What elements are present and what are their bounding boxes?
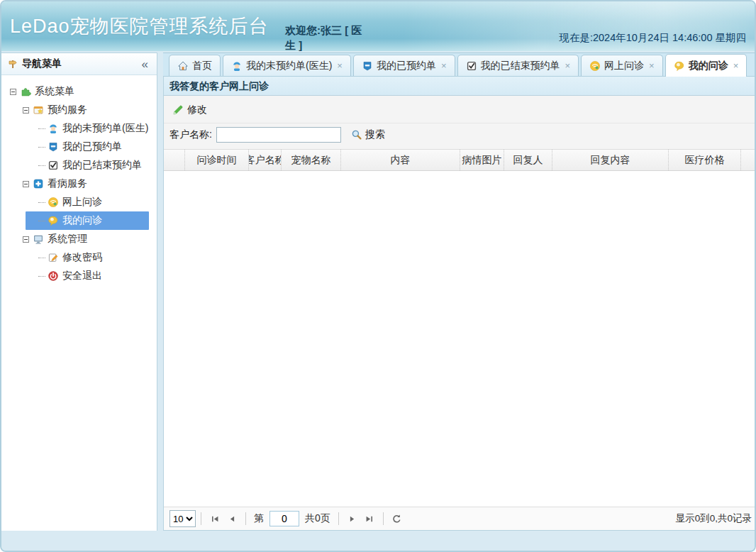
tab-my-unreserved-doctor[interactable]: 我的未预约单(医生) × bbox=[223, 55, 351, 76]
folder-star-icon bbox=[33, 104, 44, 116]
search-icon bbox=[351, 129, 362, 140]
edit-button[interactable]: 修改 bbox=[169, 102, 210, 118]
tree-connector bbox=[38, 128, 45, 129]
sidebar-item-label: 修改密码 bbox=[62, 251, 102, 264]
refresh-icon[interactable] bbox=[389, 510, 406, 527]
sidebar-item-label: 看病服务 bbox=[48, 177, 87, 190]
tree-collapse-box[interactable] bbox=[23, 236, 29, 243]
sidebar-item-medical-services[interactable]: 看病服务 bbox=[1, 175, 157, 193]
divider bbox=[338, 512, 339, 525]
tab-close-icon[interactable]: × bbox=[337, 60, 343, 71]
sidebar-item-reservation-services[interactable]: 预约服务 bbox=[1, 101, 157, 119]
column-header-condition-image[interactable]: 病情图片 bbox=[460, 150, 504, 170]
comment-icon bbox=[674, 60, 685, 72]
prev-page-icon[interactable] bbox=[223, 510, 240, 527]
tree-connector bbox=[38, 147, 45, 148]
tree-collapse-box[interactable] bbox=[23, 107, 29, 114]
pagination-bar: 10 第 共0页 bbox=[164, 507, 756, 530]
tab-close-icon[interactable]: × bbox=[733, 60, 739, 71]
column-header-reply-content[interactable]: 回复内容 bbox=[552, 150, 669, 170]
first-page-icon[interactable] bbox=[206, 510, 223, 527]
tree-connector bbox=[38, 258, 45, 258]
sidebar-header: 导航菜单 « bbox=[1, 53, 157, 75]
tab-my-finished-reservations[interactable]: 我的已结束预约单 × bbox=[457, 55, 579, 76]
page-prefix-label: 第 bbox=[254, 512, 264, 525]
sidebar-item-my-unreserved-doctor[interactable]: 我的未预约单(医生) bbox=[26, 119, 157, 138]
tree-connector bbox=[38, 276, 45, 277]
column-header-customer-name[interactable]: 客户名称 bbox=[249, 150, 282, 170]
tab-label: 我的已预约单 bbox=[377, 60, 436, 72]
page-size-select[interactable]: 10 bbox=[169, 510, 196, 527]
header-banner: LeDao宠物医院管理系统后台 欢迎您:张三 [ 医生 ] 现在是:2024年1… bbox=[1, 1, 755, 51]
search-button-label: 搜索 bbox=[365, 128, 385, 141]
customer-name-input[interactable] bbox=[216, 127, 341, 143]
sidebar-item-system-menu[interactable]: 系统菜单 bbox=[1, 82, 157, 101]
tab-my-consultations[interactable]: 我的问诊 × bbox=[665, 54, 747, 77]
sidebar-title: 导航菜单 bbox=[22, 57, 139, 70]
column-header-content[interactable]: 内容 bbox=[341, 150, 460, 170]
sidebar-item-label: 安全退出 bbox=[62, 270, 102, 282]
tree-collapse-box[interactable] bbox=[10, 89, 16, 95]
column-header-blank[interactable] bbox=[164, 150, 185, 170]
page-suffix-label: 共0页 bbox=[305, 512, 330, 525]
column-header-replier[interactable]: 回复人 bbox=[504, 150, 552, 170]
customer-name-label: 客户名称: bbox=[169, 128, 212, 141]
checkbox-icon bbox=[48, 160, 59, 171]
tab-my-reserved[interactable]: 我的已预约单 × bbox=[353, 55, 455, 76]
sidebar-item-change-password[interactable]: 修改密码 bbox=[26, 248, 157, 267]
column-header-medical-price[interactable]: 医疗价格 bbox=[669, 150, 741, 170]
sidebar-item-my-reserved[interactable]: 我的已预约单 bbox=[26, 138, 157, 156]
sidebar-item-label: 预约服务 bbox=[48, 104, 87, 116]
tree-collapse-box[interactable] bbox=[23, 181, 29, 187]
main-region: 首页 我的未预约单(医生) × 我的已预约单 × 我的已结束预 bbox=[163, 53, 756, 531]
sidebar-item-label: 我的已结束预约单 bbox=[62, 159, 142, 172]
sidebar-item-logout[interactable]: 安全退出 bbox=[26, 267, 157, 285]
badge-icon bbox=[362, 60, 373, 72]
tab-close-icon[interactable]: × bbox=[565, 60, 571, 71]
tab-label: 网上问诊 bbox=[604, 60, 644, 72]
wifi-icon bbox=[48, 197, 59, 208]
column-header-filler bbox=[741, 150, 756, 170]
footer-strip bbox=[1, 531, 755, 552]
edit-button-label: 修改 bbox=[187, 104, 207, 116]
doctor-icon bbox=[231, 60, 243, 72]
checkbox-icon bbox=[466, 60, 477, 72]
signpost-icon bbox=[7, 58, 18, 70]
sidebar-item-system-management[interactable]: 系统管理 bbox=[1, 230, 157, 248]
pencil-icon bbox=[172, 104, 184, 116]
sidebar-item-my-finished-reservations[interactable]: 我的已结束预约单 bbox=[26, 156, 157, 175]
search-button[interactable]: 搜索 bbox=[351, 128, 385, 141]
home-icon bbox=[177, 60, 189, 72]
record-count-status: 显示0到0,共0记录 bbox=[676, 512, 752, 525]
welcome-text: 欢迎您:张三 [ 医生 ] bbox=[285, 23, 366, 53]
tab-label: 我的未预约单(医生) bbox=[246, 60, 332, 72]
sidebar-item-label: 我的未预约单(医生) bbox=[62, 122, 148, 135]
page-number-input[interactable] bbox=[269, 511, 299, 526]
datetime-text: 现在是:2024年10月24日 14:46:00 星期四 bbox=[559, 31, 746, 45]
puzzle-icon bbox=[20, 86, 31, 97]
wifi-icon bbox=[589, 60, 601, 72]
nav-tree: 系统菜单 预约服务 我的未预约单(医生) bbox=[1, 75, 157, 285]
app-window: LeDao宠物医院管理系统后台 欢迎您:张三 [ 医生 ] 现在是:2024年1… bbox=[0, 0, 756, 552]
tab-close-icon[interactable]: × bbox=[441, 60, 447, 71]
toolbar: 修改 bbox=[164, 96, 756, 123]
tab-online-consult[interactable]: 网上问诊 × bbox=[581, 55, 663, 76]
panel-title: 我答复的客户网上问诊 bbox=[164, 77, 756, 96]
collapse-sidebar-button[interactable]: « bbox=[139, 58, 151, 70]
tree-connector bbox=[38, 165, 45, 166]
edit-password-icon bbox=[48, 252, 59, 263]
monitor-icon bbox=[33, 233, 44, 245]
tab-label: 我的已结束预约单 bbox=[481, 60, 560, 72]
sidebar-item-online-consult[interactable]: 网上问诊 bbox=[26, 193, 157, 211]
tab-label: 我的问诊 bbox=[689, 60, 728, 72]
column-header-consult-time[interactable]: 问诊时间 bbox=[185, 150, 249, 170]
divider bbox=[201, 512, 201, 525]
tab-close-icon[interactable]: × bbox=[649, 60, 655, 71]
app-title: LeDao宠物医院管理系统后台 bbox=[10, 13, 269, 39]
column-header-pet-name[interactable]: 宠物名称 bbox=[282, 150, 341, 170]
last-page-icon[interactable] bbox=[361, 510, 378, 527]
logout-icon bbox=[48, 270, 59, 282]
sidebar-item-my-consultations[interactable]: 我的问诊 bbox=[26, 211, 149, 230]
next-page-icon[interactable] bbox=[344, 510, 361, 527]
tab-home[interactable]: 首页 bbox=[169, 55, 221, 76]
